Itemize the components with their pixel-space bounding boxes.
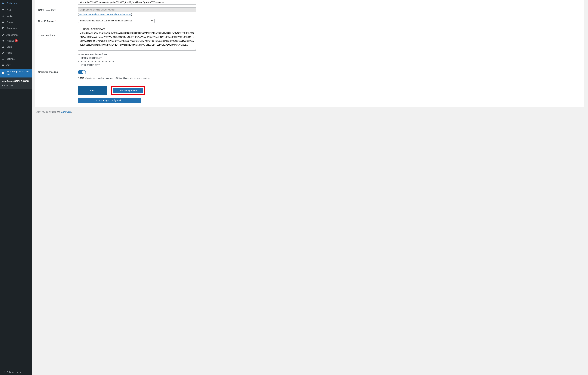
sidebar-submenu: miniOrange SAML 2.0 SSO Error Codes [0,77,32,89]
sidebar-item-media[interactable]: Media [0,13,32,19]
brush-icon [2,33,5,36]
settings-panel: SAML Logout URL: [ Available in Premium,… [35,0,584,107]
plug-icon [2,39,5,42]
sidebar-item-label: Appearance [6,33,19,36]
svg-point-0 [3,72,4,74]
user-icon [2,45,5,48]
plugins-update-badge: 3 [15,39,18,42]
sidebar-item-label: Media [6,15,13,17]
comment-icon [2,26,5,29]
sliders-icon [2,57,5,60]
pages-icon [2,20,5,23]
logout-upgrade-note: [ Available in Premium, Enterprise and A… [78,13,196,16]
sidebar-item-label: Users [6,46,12,48]
save-button[interactable]: Save [78,86,107,95]
sidebar-item-miniorange[interactable]: miniOrange SAML 2.0 SSO [0,69,32,77]
nameid-label: NameID Format *: [38,19,78,22]
nameid-format-select[interactable]: urn:oasis:names:tc:SAML:1.1:nameid-forma… [78,19,155,23]
test-configuration-button[interactable]: Test configuration [113,88,143,93]
collapse-menu[interactable]: Collapse menu [0,369,32,375]
dashboard-icon [2,1,5,4]
sidebar-item-settings[interactable]: Settings [0,56,32,62]
sidebar-item-label: ACF [6,64,11,66]
sidebar-item-acf[interactable]: ACF [0,62,32,68]
saml-logout-url-input [78,8,196,12]
svg-point-1 [2,371,4,373]
wrench-icon [2,51,5,54]
sidebar-item-label: Dashboard [6,2,17,4]
main-content: SAML Logout URL: [ Available in Premium,… [32,0,588,375]
shield-icon [2,72,5,75]
sidebar-item-label: Pages [6,21,13,23]
sidebar-item-label: Plugins [6,40,14,42]
sidebar-item-label: Posts [6,9,12,11]
sidebar-item-appearance[interactable]: Appearance [0,32,32,38]
collapse-icon [2,371,5,374]
sidebar-item-dashboard[interactable]: Dashboard [0,0,32,6]
submenu-item-main[interactable]: miniOrange SAML 2.0 SSO [0,79,32,83]
encoding-label: Character encoding : [38,70,78,73]
sidebar-item-comments[interactable]: Comments [0,25,32,31]
sidebar-item-users[interactable]: Users [0,44,32,50]
sidebar-item-label: Tools [6,52,12,54]
sidebar-item-posts[interactable]: Posts [0,7,32,13]
upgrade-link[interactable]: Available in Premium, Enterprise and All… [79,13,131,16]
x509-cert-textarea[interactable]: -----BEGIN CERTIFICATE----- MIIDqjCCApKg… [78,26,196,51]
sidebar-item-label: miniOrange SAML 2.0 SSO [6,70,30,76]
encoding-note: NOTE: Uses iconv encoding to convert X50… [78,76,196,80]
wordpress-link[interactable]: WordPress [61,111,71,113]
saml-login-url-input[interactable] [78,0,196,4]
sidebar-item-tools[interactable]: Tools [0,50,32,56]
collapse-label: Collapse menu [6,371,21,373]
sidebar-item-label: Settings [6,58,15,60]
test-config-highlight: Test configuration [111,86,145,95]
sidebar-item-pages[interactable]: Pages [0,19,32,25]
admin-footer: Thank you for creating with WordPress. [32,107,588,116]
submenu-item-error-codes[interactable]: Error Codes [0,83,32,88]
export-config-button[interactable]: Export Plugin Configuration [78,97,141,103]
admin-sidebar: Dashboard Posts Media Pages Comments App… [0,0,32,375]
acf-icon [2,63,5,66]
pin-icon [2,8,5,11]
media-icon [2,14,5,17]
sidebar-item-plugins[interactable]: Plugins 3 [0,38,32,44]
cert-label: X.509 Certificate *: [38,26,78,37]
logout-url-label: SAML Logout URL: [38,8,78,11]
encoding-toggle[interactable] [78,70,86,74]
sidebar-item-label: Comments [6,27,17,29]
cert-format-note: NOTE: Format of the certificate: -----BE… [78,53,196,67]
